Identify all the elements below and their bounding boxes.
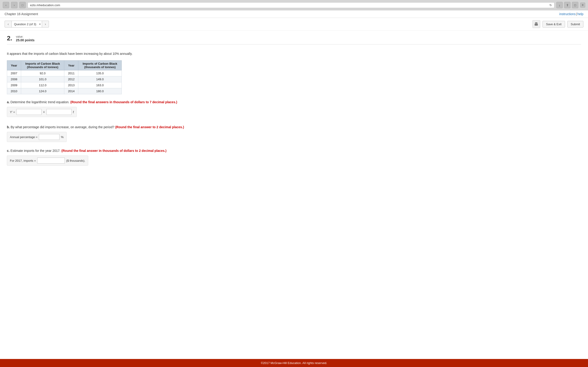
page-header: Chapter 16 Assignment instructions | hel… — [0, 10, 588, 18]
question-intro: It appears that the imports of carbon bl… — [7, 51, 581, 56]
browser-actions: ↓ ⇧ □ — [556, 2, 578, 8]
col-year-right: Year — [64, 60, 78, 70]
year-right-2: 2012 — [64, 76, 78, 82]
equation-t: t — [73, 110, 74, 114]
year-left-2: 2008 — [7, 76, 21, 82]
import-right-1: 135.0 — [78, 70, 122, 76]
part-a: a. Determine the logarithmic trend equat… — [7, 100, 581, 118]
part-b: b. By what percentage did imports increa… — [7, 125, 581, 142]
print-button[interactable]: 🖶 — [532, 20, 540, 28]
header-links: instructions | help — [559, 12, 583, 16]
part-c-question: c. Estimate imports for the year 2017. (… — [7, 148, 581, 153]
part-a-round-note: (Round the final answers in thousands of… — [70, 100, 177, 104]
import-left-3: 112.0 — [21, 82, 64, 88]
data-table: Year Imports of Carbon Black(thousands o… — [7, 60, 122, 94]
value-points: 25.00 points — [16, 38, 35, 42]
annual-label: Annual percentage = — [10, 135, 37, 139]
estimate-input[interactable] — [37, 158, 65, 164]
fullscreen-button[interactable]: □ — [572, 2, 578, 8]
col-imports-left: Imports of Carbon Black(thousands of ton… — [21, 60, 64, 70]
part-a-label: a. — [7, 100, 10, 104]
footer-copyright: ©2017 McGraw-Hill Education. All rights … — [261, 361, 327, 365]
question-value: value: 25.00 points — [16, 35, 35, 42]
save-exit-button[interactable]: Save & Exit — [543, 21, 565, 27]
data-table-wrapper: Year Imports of Carbon Black(thousands o… — [7, 60, 581, 94]
part-a-text: Determine the logarithmic trend equation… — [10, 100, 69, 104]
import-left-1: 92.0 — [21, 70, 64, 76]
part-b-question: b. By what percentage did imports increa… — [7, 125, 581, 130]
year-left-3: 2009 — [7, 82, 21, 88]
table-row: 2009 112.0 2013 163.0 — [7, 82, 122, 88]
question-number: 2. — [7, 35, 12, 42]
prev-question-button[interactable]: ‹ — [5, 21, 11, 27]
reload-icon[interactable]: ↻ — [549, 3, 552, 7]
table-row: 2010 124.0 2014 180.0 — [7, 88, 122, 94]
year-right-4: 2014 — [64, 88, 78, 94]
browser-chrome: ‹ › □ ezto.mheducation.com ↻ ↓ ⇧ □ + — [0, 0, 588, 10]
import-right-4: 180.0 — [78, 88, 122, 94]
estimate-row: For 2017, imports = ($ thousands). — [7, 156, 88, 166]
col-year-left: Year — [7, 60, 21, 70]
import-right-2: 149.0 — [78, 76, 122, 82]
main-content: 2. value: 25.00 points It appears that t… — [0, 31, 588, 359]
equation-label: Y' = — [10, 110, 15, 114]
page-footer: ©2017 McGraw-Hill Education. All rights … — [0, 359, 588, 367]
part-c: c. Estimate imports for the year 2017. (… — [7, 148, 581, 166]
chapter-title: Chapter 16 Assignment — [5, 12, 38, 16]
forward-button[interactable]: › — [11, 2, 17, 8]
annual-row: Annual percentage = % — [7, 132, 67, 142]
import-left-2: 101.0 — [21, 76, 64, 82]
equation-input-b[interactable] — [46, 109, 72, 115]
tab-overview-button[interactable]: □ — [19, 2, 26, 8]
part-b-text: By what percentage did imports increase,… — [10, 125, 114, 129]
equation-row: Y' = + t — [7, 107, 77, 117]
annual-pct: % — [61, 135, 64, 139]
import-right-3: 163.0 — [78, 82, 122, 88]
submit-button[interactable]: Submit — [567, 21, 583, 27]
question-header-row: 2. value: 25.00 points — [7, 35, 581, 44]
question-body: It appears that the imports of carbon bl… — [7, 49, 581, 177]
question-nav-right: 🖶 Save & Exit Submit — [532, 20, 583, 28]
url-bar[interactable]: ezto.mheducation.com ↻ — [27, 2, 554, 8]
question-nav-left: ‹ Question 2 (of 3) Question 1 (of 3) Qu… — [5, 21, 49, 27]
help-link[interactable]: help — [578, 12, 583, 16]
next-question-button[interactable]: › — [42, 21, 49, 27]
instructions-link[interactable]: instructions — [559, 12, 576, 16]
year-left-4: 2010 — [7, 88, 21, 94]
new-tab-button[interactable]: + — [580, 2, 585, 8]
share-button[interactable]: ⇧ — [564, 2, 571, 8]
header-separator: | — [576, 12, 577, 16]
estimate-label: For 2017, imports = — [10, 159, 36, 162]
url-text: ezto.mheducation.com — [30, 3, 60, 7]
year-left-1: 2007 — [7, 70, 21, 76]
col-imports-right: Imports of Carbon Black(thousands of ton… — [78, 60, 122, 70]
back-button[interactable]: ‹ — [3, 2, 9, 8]
part-b-round-note: (Round the final answer to 2 decimal pla… — [115, 125, 184, 129]
equation-input-a[interactable] — [16, 109, 42, 115]
part-c-label: c. — [7, 149, 10, 152]
part-a-question: a. Determine the logarithmic trend equat… — [7, 100, 581, 105]
import-left-4: 124.0 — [21, 88, 64, 94]
question-nav-bar: ‹ Question 2 (of 3) Question 1 (of 3) Qu… — [0, 18, 588, 31]
table-row: 2008 101.0 2012 149.0 — [7, 76, 122, 82]
part-b-label: b. — [7, 125, 10, 129]
estimate-suffix: ($ thousands). — [66, 159, 85, 162]
equation-plus: + — [43, 110, 45, 114]
value-label: value: — [16, 35, 35, 38]
question-select[interactable]: Question 2 (of 3) Question 1 (of 3) Ques… — [11, 21, 42, 27]
question-select-wrapper: Question 2 (of 3) Question 1 (of 3) Ques… — [11, 21, 42, 27]
part-c-text: Estimate imports for the year 2017. — [10, 149, 61, 152]
annual-percentage-input[interactable] — [39, 134, 60, 140]
year-right-3: 2013 — [64, 82, 78, 88]
year-right-1: 2011 — [64, 70, 78, 76]
download-button[interactable]: ↓ — [556, 2, 563, 8]
part-c-round-note: (Round the final answer in thousands of … — [61, 149, 166, 152]
table-row: 2007 92.0 2011 135.0 — [7, 70, 122, 76]
